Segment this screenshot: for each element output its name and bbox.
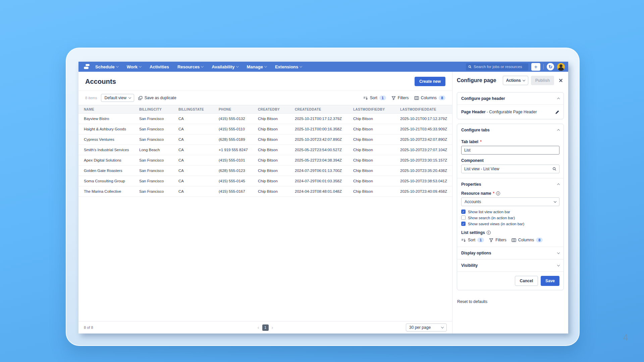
columns-count-badge: 8 bbox=[536, 238, 543, 242]
search-icon bbox=[468, 65, 472, 69]
table-row[interactable]: Apex Digital Solutions San Francisco CA … bbox=[78, 155, 452, 166]
nav-menu-item[interactable]: Resources bbox=[177, 64, 203, 69]
view-select[interactable]: Default view bbox=[101, 94, 134, 102]
properties-toggle[interactable]: Properties bbox=[457, 178, 564, 190]
global-search-input[interactable] bbox=[474, 65, 526, 69]
tab-label-input[interactable]: List bbox=[461, 146, 559, 155]
checkbox[interactable]: ✓ bbox=[461, 216, 466, 220]
cell-createdby: Chip Bitson bbox=[258, 117, 295, 121]
cell-createddate: 2025-10-21T00:17:12.379Z bbox=[295, 117, 353, 121]
sync-status-icon[interactable]: ↻ bbox=[547, 63, 554, 70]
page-size-value: 30 per page bbox=[409, 325, 431, 330]
table-row[interactable]: Soma Consulting Group San Francisco CA (… bbox=[78, 176, 452, 186]
configure-page-header-toggle[interactable]: Configure page header bbox=[457, 93, 564, 105]
resource-name-select[interactable]: Accounts bbox=[461, 197, 559, 206]
create-new-button[interactable]: Create new bbox=[415, 77, 445, 86]
component-input[interactable]: List view - List View bbox=[461, 165, 559, 173]
user-avatar[interactable] bbox=[557, 63, 565, 71]
cell-billingcity: San Francisco bbox=[139, 179, 178, 183]
nav-menu-item[interactable]: Extensions bbox=[275, 64, 302, 69]
cell-billingcity: San Francisco bbox=[139, 169, 178, 173]
nav-menu-item[interactable]: Manage bbox=[247, 64, 267, 69]
current-page-button[interactable]: 1 bbox=[262, 324, 269, 331]
info-icon[interactable]: i bbox=[496, 191, 500, 195]
table-row[interactable]: Haight & Ashbury Goods San Francisco CA … bbox=[78, 124, 452, 134]
cell-billingstate: CA bbox=[178, 117, 219, 121]
list-settings-label: List settings i bbox=[461, 230, 559, 235]
table-column-header[interactable]: BILLINGSTATE bbox=[178, 108, 219, 111]
table-column-header[interactable]: CREATEDBY bbox=[258, 108, 295, 111]
cell-name: Bayview Bistro bbox=[84, 117, 139, 121]
chevron-down-icon bbox=[264, 65, 267, 67]
chevron-down-icon bbox=[554, 200, 556, 202]
properties-fields: Resource name * i Accounts bbox=[457, 190, 564, 247]
cell-createddate: 2025-10-20T23:42:07.890Z bbox=[295, 137, 353, 141]
page-header-component-row: Page Header - Configurable Page Header bbox=[457, 105, 564, 119]
chevron-down-icon bbox=[128, 96, 131, 99]
nav-menu-item[interactable]: Schedule bbox=[95, 64, 118, 69]
info-icon[interactable]: i bbox=[487, 231, 491, 235]
reset-to-defaults-link[interactable]: Reset to defaults bbox=[457, 295, 564, 309]
cell-name: Smith's Industrial Services bbox=[84, 148, 139, 152]
columns-icon bbox=[414, 96, 419, 100]
checkbox-row[interactable]: ✓ Show search (in action bar) bbox=[461, 216, 559, 220]
global-search[interactable] bbox=[466, 63, 528, 70]
cell-lastmodifiedby: Chip Bitson bbox=[353, 148, 400, 152]
table-column-header[interactable]: LASTMODIFIEDDATE bbox=[400, 108, 452, 111]
table-row[interactable]: Cypress Ventures San Francisco CA (628) … bbox=[78, 134, 452, 145]
save-as-duplicate-button[interactable]: Save as duplicate bbox=[138, 96, 176, 100]
chevron-up-icon bbox=[557, 183, 560, 186]
duplicate-icon bbox=[138, 96, 143, 100]
create-plus-button[interactable]: + bbox=[531, 63, 540, 71]
checkbox[interactable]: ✓ bbox=[461, 209, 466, 214]
actions-button[interactable]: Actions bbox=[503, 76, 528, 85]
close-icon[interactable] bbox=[558, 77, 564, 83]
table-column-header[interactable]: CREATEDDATE bbox=[295, 108, 353, 111]
top-navbar: Schedule Work Activities bbox=[78, 62, 568, 72]
prev-page-button[interactable]: ‹ bbox=[258, 325, 259, 330]
columns-button[interactable]: Columns 8 bbox=[414, 96, 445, 100]
panel-filters-button[interactable]: Filters bbox=[489, 238, 506, 242]
next-page-button[interactable]: › bbox=[272, 325, 273, 330]
edit-pencil-icon[interactable] bbox=[555, 110, 559, 114]
panel-columns-button[interactable]: Columns 8 bbox=[512, 238, 543, 242]
cancel-button[interactable]: Cancel bbox=[515, 276, 538, 286]
panel-sort-button[interactable]: Sort 1 bbox=[461, 238, 484, 242]
checkbox-row[interactable]: ✓ Show saved views (in action bar) bbox=[461, 222, 559, 226]
chevron-down-icon bbox=[139, 65, 142, 67]
sort-button[interactable]: Sort 1 bbox=[363, 96, 386, 100]
table-row[interactable]: The Marina Collective San Francisco CA (… bbox=[78, 186, 452, 197]
save-button[interactable]: Save bbox=[541, 276, 559, 286]
nav-menu-item[interactable]: Work bbox=[127, 64, 141, 69]
table-row[interactable]: Golden Gate Roasters San Francisco CA (6… bbox=[78, 166, 452, 176]
nav-menu-item[interactable]: Activities bbox=[150, 64, 169, 69]
filters-button[interactable]: Filters bbox=[391, 96, 409, 100]
table-column-header[interactable]: BILLINGCITY bbox=[139, 108, 178, 111]
checkbox-row[interactable]: ✓ Show list view action bar bbox=[461, 209, 559, 214]
cell-lastmodifiedby: Chip Bitson bbox=[353, 158, 400, 162]
skedulo-logo-icon[interactable] bbox=[83, 64, 91, 69]
configure-tabs-toggle[interactable]: Configure tabs bbox=[457, 124, 564, 136]
display-options-toggle[interactable]: Display options bbox=[457, 247, 564, 259]
nav-menu-item-label: Extensions bbox=[275, 64, 298, 69]
chevron-down-icon bbox=[557, 263, 560, 266]
cell-phone: +1 919 555 8247 bbox=[219, 148, 258, 152]
checkbox[interactable]: ✓ bbox=[461, 222, 466, 226]
visibility-toggle[interactable]: Visibility bbox=[457, 259, 564, 272]
items-count: 8 items bbox=[85, 96, 97, 100]
nav-menu-item[interactable]: Availability bbox=[212, 64, 238, 69]
nav-menu: Schedule Work Activities bbox=[95, 64, 302, 69]
table-column-header[interactable]: PHONE bbox=[219, 108, 258, 111]
nav-divider bbox=[543, 64, 544, 69]
cell-createddate: 2024-04-23T08:48:01.048Z bbox=[295, 189, 353, 193]
table-row[interactable]: Smith's Industrial Services Long Beach C… bbox=[78, 145, 452, 155]
publish-button[interactable]: Publish bbox=[531, 76, 554, 85]
page-size-select[interactable]: 30 per page bbox=[406, 323, 447, 331]
cell-name: Haight & Ashbury Goods bbox=[84, 127, 139, 131]
table-column-header[interactable]: NAME bbox=[84, 108, 139, 111]
sort-count-badge: 1 bbox=[379, 96, 386, 100]
table-column-header[interactable]: LASTMODIFIEDBY bbox=[353, 108, 400, 111]
nav-menu-item-label: Work bbox=[127, 64, 138, 69]
pagination-bar: 8 of 8 ‹ 1 › 30 per page bbox=[78, 321, 452, 334]
table-row[interactable]: Bayview Bistro San Francisco CA (415) 55… bbox=[78, 114, 452, 124]
